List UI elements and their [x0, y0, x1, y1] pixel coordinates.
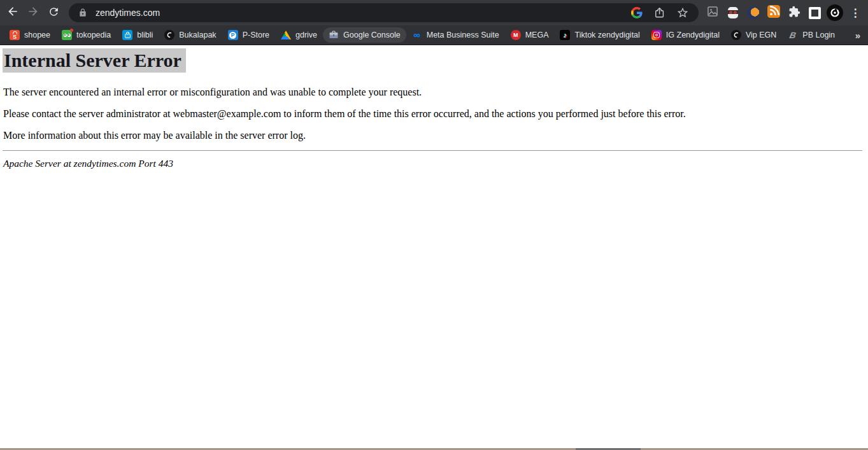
url-text[interactable]: zendytimes.com [96, 8, 622, 18]
bookmark-tokopedia[interactable]: tokopedia [56, 27, 117, 43]
mega-icon: M [511, 30, 521, 40]
lock-icon[interactable] [78, 4, 88, 21]
bookmark-p-store[interactable]: P P-Store [222, 27, 275, 43]
bookmark-tiktok[interactable]: ♪ Tiktok zendydigital [554, 27, 645, 43]
profile-avatar [827, 4, 843, 21]
bookmark-gdrive[interactable]: gdrive [275, 27, 323, 43]
bookmark-label: Google Console [343, 31, 401, 39]
reload-button[interactable] [43, 3, 64, 23]
bookmark-label: PB Login [802, 31, 835, 39]
bookmark-bukalapak[interactable]: Bukalapak [159, 27, 222, 43]
bookmark-vip-egn[interactable]: Vip EGN [725, 27, 782, 43]
browser-toolbar: zendytimes.com [0, 0, 868, 25]
bookmark-blibli[interactable]: blibli [117, 27, 159, 43]
page-title: Internal Server Error [3, 48, 186, 73]
google-g-icon[interactable] [629, 4, 645, 21]
tiktok-icon: ♪ [560, 30, 570, 40]
rss-extension-icon [767, 5, 780, 20]
profile-avatar-button[interactable] [825, 3, 845, 23]
share-icon[interactable] [651, 4, 668, 21]
image-extension-button[interactable] [702, 3, 723, 23]
browser-menu-button[interactable]: ⋮ [845, 3, 865, 23]
back-arrow-icon [6, 5, 19, 20]
bookmark-meta-business-suite[interactable]: ∞ Meta Business Suite [406, 27, 505, 43]
bookmark-mega[interactable]: M MEGA [505, 27, 555, 43]
bookmark-label: Tiktok zendydigital [574, 31, 639, 39]
bookmark-instagram[interactable]: IG Zendydigital [646, 27, 725, 43]
error-paragraph: The server encountered an internal error… [3, 87, 868, 98]
page-content: Internal Server Error The server encount… [0, 48, 868, 450]
horizontal-rule [3, 150, 862, 151]
bookmark-shopee[interactable]: S shopee [4, 27, 56, 43]
bookmark-label: blibli [137, 31, 153, 39]
bookmark-label: Bukalapak [179, 31, 216, 39]
bukalapak-icon [164, 30, 174, 40]
bookmark-label: P-Store [243, 31, 269, 39]
blibli-icon [122, 30, 132, 40]
error-paragraph: Please contact the server administrator … [3, 108, 868, 120]
bookmark-label: IG Zendydigital [666, 31, 720, 39]
forward-button[interactable] [23, 3, 43, 23]
sphere-extension-icon [747, 6, 760, 19]
instagram-icon [651, 30, 662, 40]
bookmark-google-console[interactable]: Google Console [323, 27, 406, 43]
bookmarks-bar: S shopee tokopedia blibli [0, 25, 868, 45]
tokopedia-icon [62, 30, 72, 40]
bookmark-label: MEGA [525, 31, 549, 39]
image-extension-icon [706, 5, 719, 20]
menu-dots-icon: ⋮ [850, 8, 861, 18]
bookmarks-overflow-chevron[interactable]: » [855, 30, 860, 41]
sphere-extension-button[interactable] [743, 3, 764, 23]
ninja-extension-icon [727, 6, 739, 19]
star-bookmark-icon[interactable] [674, 4, 691, 21]
bookmark-label: shopee [24, 31, 50, 39]
ninja-extension-button[interactable] [723, 3, 743, 23]
bookmark-label: gdrive [295, 31, 317, 39]
bookmark-label: Meta Business Suite [427, 31, 499, 39]
reload-icon [48, 6, 60, 20]
pb-login-icon: B [788, 30, 798, 40]
meta-icon: ∞ [412, 30, 422, 40]
bookmark-pb-login[interactable]: B PB Login [782, 27, 841, 43]
google-drive-icon [281, 30, 291, 40]
side-panel-icon [809, 7, 821, 19]
toolbox-icon [329, 30, 339, 40]
extensions-puzzle-button[interactable] [784, 3, 804, 23]
address-bar[interactable]: zendytimes.com [69, 3, 699, 22]
vip-egn-icon [731, 30, 741, 40]
side-panel-button[interactable] [804, 3, 825, 23]
error-paragraph: More information about this error may be… [3, 130, 868, 141]
rss-extension-button[interactable] [764, 3, 784, 23]
bookmark-label: tokopedia [76, 31, 111, 39]
forward-arrow-icon [27, 5, 39, 20]
extensions-puzzle-icon [788, 6, 800, 20]
apache-server-signature: Apache Server at zendytimes.com Port 443 [3, 158, 868, 169]
shopee-icon: S [10, 30, 20, 40]
p-store-icon: P [228, 30, 238, 40]
bookmark-label: Vip EGN [746, 31, 776, 39]
browser-window: zendytimes.com [0, 0, 868, 450]
back-button[interactable] [3, 3, 23, 23]
